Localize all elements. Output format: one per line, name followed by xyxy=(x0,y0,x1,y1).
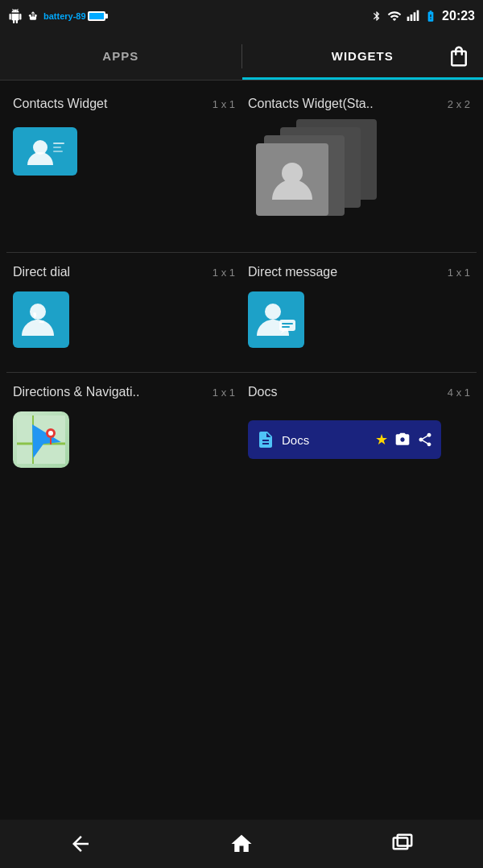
recents-icon xyxy=(390,832,415,856)
widgets-grid: Contacts Widget 1 x 1 xyxy=(0,81,483,820)
widget-contacts-stack[interactable]: Contacts Widget(Sta.. 2 x 2 xyxy=(242,89,477,248)
widget-direct-dial-size: 1 x 1 xyxy=(213,267,235,279)
widget-direct-dial-icon-area xyxy=(13,287,235,352)
back-button[interactable] xyxy=(56,828,105,860)
widget-contacts-icon-area xyxy=(13,119,235,184)
widget-directions-icon-area xyxy=(13,407,235,472)
widget-contacts-name: Contacts Widget xyxy=(13,97,107,111)
battery-icon xyxy=(88,11,105,21)
widget-direct-dial[interactable]: Direct dial 1 x 1 xyxy=(6,257,242,368)
docs-camera-icon[interactable] xyxy=(394,432,411,448)
bottom-nav xyxy=(0,820,483,868)
svg-rect-23 xyxy=(398,835,412,846)
store-bag-button[interactable] xyxy=(446,43,472,69)
widget-contacts[interactable]: Contacts Widget 1 x 1 xyxy=(6,89,242,248)
svg-rect-1 xyxy=(411,14,413,21)
svg-rect-14 xyxy=(282,326,290,328)
contacts-widget-preview[interactable] xyxy=(13,127,77,176)
tab-bar: APPS WIDGETS xyxy=(0,32,483,81)
clock: 20:23 xyxy=(442,9,475,23)
svg-rect-13 xyxy=(282,323,293,324)
tab-apps[interactable]: APPS xyxy=(0,32,242,80)
home-icon xyxy=(229,832,254,856)
stack-front-person xyxy=(268,155,316,204)
divider-2 xyxy=(6,372,477,373)
direct-message-svg xyxy=(254,297,299,342)
svg-rect-2 xyxy=(414,12,416,21)
docs-page-icon xyxy=(256,430,275,449)
direct-message-preview[interactable] xyxy=(248,291,304,348)
svg-rect-22 xyxy=(394,838,408,849)
widget-direct-message-name: Direct message xyxy=(248,265,337,279)
widget-docs[interactable]: Docs 4 x 1 Docs ★ xyxy=(242,377,477,488)
docs-share-icon[interactable] xyxy=(417,432,433,448)
svg-rect-7 xyxy=(53,151,63,152)
docs-label: Docs xyxy=(282,433,369,447)
battery-indicator: battery-89 xyxy=(43,11,105,21)
widget-directions[interactable]: Directions & Navigati.. 1 x 1 xyxy=(6,377,242,488)
widget-contacts-stack-icon-area xyxy=(248,119,470,232)
widget-directions-name: Directions & Navigati.. xyxy=(13,385,139,399)
contacts-preview-svg xyxy=(23,134,68,168)
status-right-icons: 20:23 xyxy=(371,9,475,23)
signal-icon xyxy=(407,9,419,23)
svg-rect-5 xyxy=(53,143,64,144)
svg-point-20 xyxy=(48,431,53,436)
widget-directions-size: 1 x 1 xyxy=(213,386,235,399)
widget-docs-name: Docs xyxy=(248,385,277,399)
usb-icon xyxy=(27,9,39,23)
widget-direct-message[interactable]: Direct message 1 x 1 xyxy=(242,257,477,368)
svg-point-9 xyxy=(30,304,46,320)
status-left-icons: battery-89 xyxy=(8,9,105,23)
back-icon xyxy=(68,832,93,856)
widget-contacts-stack-name: Contacts Widget(Sta.. xyxy=(248,97,374,111)
status-bar: battery-89 20:23 xyxy=(0,0,483,32)
directions-svg xyxy=(17,415,65,464)
svg-point-10 xyxy=(265,304,281,320)
direct-dial-preview[interactable] xyxy=(13,291,69,348)
svg-rect-6 xyxy=(53,147,61,148)
widget-direct-message-size: 1 x 1 xyxy=(448,267,470,279)
widget-direct-message-icon-area xyxy=(248,287,470,352)
direct-dial-svg xyxy=(19,297,64,342)
widget-contacts-size: 1 x 1 xyxy=(213,98,235,110)
divider-1 xyxy=(6,252,477,253)
home-button[interactable] xyxy=(217,828,266,860)
docs-preview[interactable]: Docs ★ xyxy=(248,420,441,459)
svg-rect-11 xyxy=(279,320,295,331)
charging-icon xyxy=(424,9,437,23)
widget-docs-icon-area: Docs ★ xyxy=(248,407,470,472)
widget-contacts-stack-size: 2 x 2 xyxy=(448,98,470,110)
docs-star-icon[interactable]: ★ xyxy=(375,431,388,448)
android-icon xyxy=(8,9,23,23)
contacts-stack-preview[interactable] xyxy=(248,119,377,232)
widget-docs-size: 4 x 1 xyxy=(448,386,470,399)
bag-icon xyxy=(447,44,471,68)
svg-rect-3 xyxy=(417,10,419,21)
bluetooth-icon xyxy=(371,9,382,23)
battery-percent: battery-89 xyxy=(43,11,86,21)
svg-rect-0 xyxy=(407,17,410,21)
directions-preview[interactable] xyxy=(13,411,69,468)
widget-direct-dial-name: Direct dial xyxy=(13,265,70,279)
recents-button[interactable] xyxy=(378,828,427,860)
wifi-icon xyxy=(387,9,402,23)
